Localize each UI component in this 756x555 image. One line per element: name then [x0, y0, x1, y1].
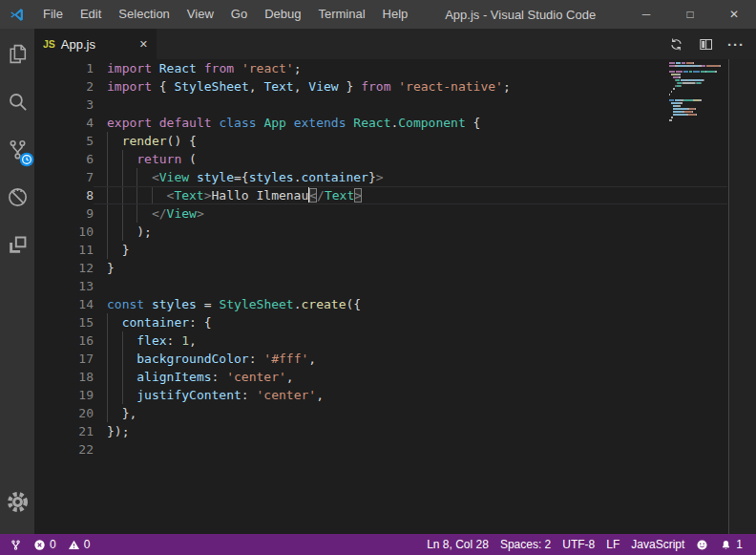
title-bar: FileEditSelectionViewGoDebugTerminalHelp…	[0, 0, 756, 29]
code-line[interactable]: 17backgroundColor: '#fff',	[34, 350, 756, 368]
code-line[interactable]: 12}	[34, 259, 756, 277]
code-line[interactable]: 19justifyContent: 'center',	[34, 386, 756, 404]
code-line[interactable]: 16flex: 1,	[34, 331, 756, 350]
indent-guide	[136, 186, 152, 204]
maximize-button[interactable]: □	[668, 0, 712, 29]
activity-extensions[interactable]	[0, 223, 34, 267]
indent-guide	[107, 186, 122, 204]
code-line[interactable]: 3	[34, 96, 756, 114]
code-line[interactable]: 21});	[34, 422, 756, 440]
indent-guide	[107, 368, 122, 386]
status-indentation[interactable]: Spaces: 2	[494, 538, 556, 551]
line-number: 7	[34, 168, 94, 186]
status-errors-count: 0	[50, 538, 56, 551]
code-line[interactable]: 1import React from 'react';	[34, 59, 756, 77]
tab-bar: JS App.js ✕ ···	[34, 29, 756, 59]
code-line[interactable]: 20},	[34, 404, 756, 422]
code-line[interactable]: 11}	[34, 241, 756, 259]
menu-edit[interactable]: Edit	[72, 0, 110, 29]
status-source-control[interactable]	[4, 539, 28, 551]
indent-guide	[136, 204, 152, 223]
gear-icon	[6, 490, 30, 514]
window-title: App.js - Visual Studio Code	[416, 8, 624, 22]
indent-guide	[107, 168, 122, 186]
line-number: 8	[34, 186, 94, 204]
code-line[interactable]: 7<View style={styles.container}>	[34, 168, 756, 186]
activity-source-control[interactable]	[0, 127, 34, 172]
code-line[interactable]: 8<Text>Hallo Ilmenau</Text>	[34, 186, 756, 204]
indent-guide	[107, 132, 122, 150]
workbench: JS App.js ✕ ··· 1import React from 'reac…	[0, 29, 756, 534]
menu-terminal[interactable]: Terminal	[309, 0, 373, 29]
notifications-bell[interactable]: 1	[714, 538, 748, 551]
vscode-logo-icon	[9, 7, 25, 23]
line-number: 3	[34, 96, 94, 114]
indent-guide	[122, 331, 137, 350]
indent-guide	[107, 331, 122, 350]
indent-guide	[107, 150, 122, 168]
editor-group: JS App.js ✕ ··· 1import React from 'reac…	[34, 29, 756, 534]
code-line[interactable]: 2import { StyleSheet, Text, View } from …	[34, 77, 756, 96]
line-number: 13	[34, 277, 94, 295]
line-number: 6	[34, 150, 94, 168]
code-line[interactable]: 9</View>	[34, 204, 756, 223]
code-line[interactable]: 13	[34, 277, 756, 295]
code-line[interactable]: 6return (	[34, 150, 756, 168]
tab-appjs[interactable]: JS App.js ✕	[34, 29, 157, 59]
status-errors[interactable]: 0	[28, 538, 62, 551]
code-area[interactable]: 1import React from 'react';2import { Sty…	[34, 59, 756, 459]
status-eol[interactable]: LF	[600, 538, 625, 551]
line-number: 5	[34, 132, 94, 150]
split-editor-icon[interactable]	[698, 36, 714, 53]
menu-selection[interactable]: Selection	[110, 0, 178, 29]
status-warnings-count: 0	[84, 538, 91, 551]
code-line[interactable]: 4export default class App extends React.…	[34, 114, 756, 132]
explorer-icon	[6, 42, 30, 66]
close-button[interactable]: ✕	[712, 0, 756, 29]
status-warnings[interactable]: 0	[62, 538, 96, 551]
activity-search[interactable]	[0, 79, 34, 124]
indent-guide	[107, 350, 122, 368]
line-number: 15	[34, 313, 94, 331]
activity-debug[interactable]	[0, 175, 34, 220]
status-language[interactable]: JavaScript	[625, 538, 690, 551]
code-line[interactable]: 15container: {	[34, 313, 756, 331]
minimap[interactable]	[669, 61, 726, 124]
error-icon	[33, 539, 46, 551]
more-actions-button[interactable]: ···	[727, 36, 745, 53]
menu-file[interactable]: File	[34, 0, 72, 29]
line-number: 9	[34, 204, 94, 223]
indent-guide	[136, 168, 152, 186]
activity-explorer[interactable]	[0, 32, 34, 76]
code-editor[interactable]: 1import React from 'react';2import { Sty…	[34, 59, 756, 534]
notification-count: 1	[736, 538, 743, 551]
clock-badge-icon	[19, 152, 34, 167]
indent-guide	[107, 204, 122, 223]
code-line[interactable]: 10);	[34, 223, 756, 241]
indent-guide	[107, 404, 122, 422]
activity-manage[interactable]	[0, 480, 34, 524]
menu-go[interactable]: Go	[222, 0, 256, 29]
menu-debug[interactable]: Debug	[256, 0, 309, 29]
javascript-file-icon: JS	[43, 38, 55, 50]
status-line-col[interactable]: Ln 8, Col 28	[421, 538, 494, 551]
vertical-scrollbar[interactable]	[729, 59, 756, 534]
status-encoding[interactable]: UTF-8	[556, 538, 600, 551]
feedback-smiley-icon[interactable]	[690, 539, 714, 551]
window-controls: ─ □ ✕	[624, 0, 756, 29]
line-number: 2	[34, 77, 94, 96]
tab-close-icon[interactable]: ✕	[139, 38, 148, 51]
tab-label: App.js	[61, 37, 134, 52]
minimize-button[interactable]: ─	[624, 0, 668, 29]
line-number: 22	[34, 440, 94, 459]
sync-icon[interactable]	[668, 36, 684, 53]
indent-guide	[122, 168, 137, 186]
menu-help[interactable]: Help	[374, 0, 417, 29]
code-line[interactable]: 5render() {	[34, 132, 756, 150]
code-line[interactable]: 22	[34, 440, 756, 459]
line-number: 11	[34, 241, 94, 259]
editor-actions: ···	[668, 29, 756, 59]
code-line[interactable]: 14const styles = StyleSheet.create({	[34, 295, 756, 313]
code-line[interactable]: 18alignItems: 'center',	[34, 368, 756, 386]
menu-view[interactable]: View	[178, 0, 222, 29]
